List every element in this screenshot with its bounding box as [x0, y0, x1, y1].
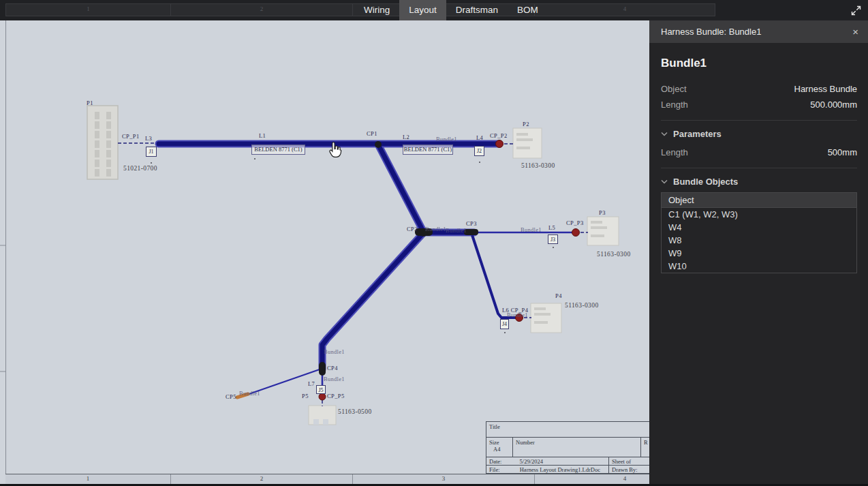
- part-number-p2: 51163-0300: [521, 162, 555, 169]
- layout-canvas[interactable]: P1CP_P1L351021-0700L1CP1L2Bundle1L4CP_P2…: [0, 20, 649, 486]
- part-number-p1: 51021-0700: [123, 165, 157, 172]
- label-l5: L5: [548, 224, 555, 231]
- label-cp-p3: CP_P3: [566, 219, 584, 226]
- junction-box-j3[interactable]: J3: [548, 234, 558, 244]
- label-p2: P2: [523, 121, 529, 127]
- connector-p3[interactable]: [587, 217, 619, 245]
- label-cp-p5: CP_P5: [327, 393, 345, 399]
- label-cp2: CP2: [407, 226, 418, 232]
- title-block-sheet: Sheet of: [609, 457, 649, 465]
- bundle-object-row[interactable]: W8: [662, 234, 856, 247]
- bundle-objects-table: Object C1 (W1, W2, W3)W4W8W9W10: [661, 192, 857, 273]
- close-icon[interactable]: ×: [852, 26, 858, 37]
- properties-panel: Harness Bundle: Bundle1 × Bundle1 Object…: [649, 20, 868, 486]
- junction-box-j2[interactable]: J2: [474, 146, 484, 156]
- title-block-revision: R: [641, 438, 649, 457]
- connector-p1[interactable]: [87, 106, 118, 179]
- property-label: Length: [661, 97, 688, 112]
- label-bundle1: Bundle1: [239, 390, 260, 397]
- label-cp-p1: CP_P1: [122, 133, 140, 140]
- bundle-object-row[interactable]: W4: [662, 221, 856, 234]
- bundle-object-row[interactable]: W9: [662, 247, 856, 260]
- contact-cp-p2: [496, 140, 503, 148]
- junction-box-j4[interactable]: J4: [500, 319, 509, 329]
- title-block-date: Date: 5/29/2024: [486, 457, 609, 465]
- tab-bom[interactable]: BOM: [508, 0, 548, 20]
- panel-object-title: Bundle1: [661, 57, 857, 70]
- zone-cell-2: 2: [171, 474, 353, 484]
- title-block: Title Size A4 Number R Date: 5/29/2024 S…: [486, 421, 649, 474]
- property-row-object: ObjectHarness Bundle: [661, 81, 857, 97]
- section-bundle-objects[interactable]: Bundle Objects: [661, 177, 857, 187]
- label-bundle1: Bundle1: [324, 376, 345, 382]
- panel-header: Harness Bundle: Bundle1 ×: [649, 20, 868, 43]
- bundle-object-row[interactable]: C1 (W1, W2, W3): [662, 208, 856, 221]
- label-bundle1: Bundle1: [324, 348, 345, 355]
- label-l1: L1: [259, 132, 266, 139]
- label-bundle1: Bundle1: [507, 312, 528, 318]
- part-number-p5: 51163-0500: [338, 408, 372, 415]
- zone-cell-2: 2: [171, 3, 353, 16]
- divider: [661, 120, 857, 121]
- label-l3: L3: [145, 135, 152, 142]
- property-row-length: Length500mm: [661, 145, 857, 160]
- label-cp3: CP3: [466, 220, 477, 227]
- label-cp1: CP1: [367, 130, 377, 137]
- label-cp5: CP5: [226, 393, 236, 400]
- section-parameters[interactable]: Parameters: [661, 129, 857, 139]
- property-value: Harness Bundle: [794, 81, 858, 97]
- zone-cell-3: 3: [353, 474, 535, 484]
- expand-icon[interactable]: [850, 5, 862, 16]
- connector-p5[interactable]: [309, 406, 336, 425]
- wire-label-belden-1[interactable]: BELDEN 8771 (C1): [251, 145, 305, 155]
- part-number-p4: 51163-0300: [565, 302, 599, 309]
- label-l4: L4: [476, 134, 483, 141]
- sheet-zone-strip-bottom: 1234: [5, 474, 649, 484]
- chevron-down-icon: [661, 179, 668, 184]
- label-bundle1: Bundle1: [446, 227, 467, 234]
- property-value: 500mm: [828, 145, 857, 160]
- bundle-object-row[interactable]: W10: [662, 260, 856, 273]
- property-row-length: Length500.000mm: [661, 97, 857, 112]
- label-cp-p2: CP_P2: [490, 132, 508, 139]
- title-block-size: Size A4: [486, 438, 513, 457]
- divider: [661, 168, 857, 168]
- property-label: Object: [661, 81, 687, 97]
- label-bundle1: Bundle1: [425, 226, 446, 232]
- title-block-number: Number: [513, 438, 641, 457]
- label-cp4: CP4: [327, 365, 338, 371]
- label-bundle1: Bundle1: [521, 226, 542, 233]
- label-p5: P5: [302, 393, 309, 399]
- label-p1: P1: [87, 100, 93, 106]
- connector-p2[interactable]: [513, 128, 542, 158]
- junction-cp1: [375, 141, 382, 148]
- tab-wiring[interactable]: Wiring: [354, 0, 399, 20]
- junction-cp4: [319, 362, 326, 376]
- property-value: 500.000mm: [810, 97, 857, 112]
- parameters-rows: Length500mm: [661, 145, 857, 160]
- top-bar: 1234 WiringLayoutDraftsmanBOM: [0, 0, 868, 20]
- zone-cell-1: 1: [5, 474, 171, 484]
- connector-p4[interactable]: [531, 303, 561, 333]
- bundle-objects-table-header: Object: [662, 193, 856, 208]
- chevron-down-icon: [661, 132, 668, 136]
- panel-properties: ObjectHarness BundleLength500.000mm: [661, 81, 857, 112]
- zone-cell-1: 1: [5, 3, 171, 16]
- junction-box-j5[interactable]: J5: [316, 385, 326, 394]
- harness-bundle-bundle1[interactable]: [159, 144, 499, 369]
- title-block-file: File: Harness Layout Drawing1.LdrDoc: [486, 466, 609, 474]
- property-label: Length: [661, 145, 688, 160]
- label-bundle1: Bundle1: [436, 136, 457, 142]
- tab-draftsman[interactable]: Draftsman: [446, 0, 508, 20]
- tab-layout[interactable]: Layout: [399, 0, 446, 20]
- wire-label-belden-2[interactable]: BELDEN 8771 (C1): [403, 145, 453, 155]
- contact-lead-lines: [118, 143, 588, 406]
- label-l7: L7: [308, 380, 315, 387]
- contact-points[interactable]: [319, 140, 580, 401]
- title-block-title: Title: [486, 422, 649, 437]
- zone-cell-4: 4: [535, 3, 715, 16]
- contact-cp-p3: [572, 229, 580, 237]
- part-number-p3: 51163-0300: [597, 251, 631, 258]
- zone-cell-4: 4: [535, 474, 649, 484]
- junction-box-j1[interactable]: J1: [146, 147, 157, 157]
